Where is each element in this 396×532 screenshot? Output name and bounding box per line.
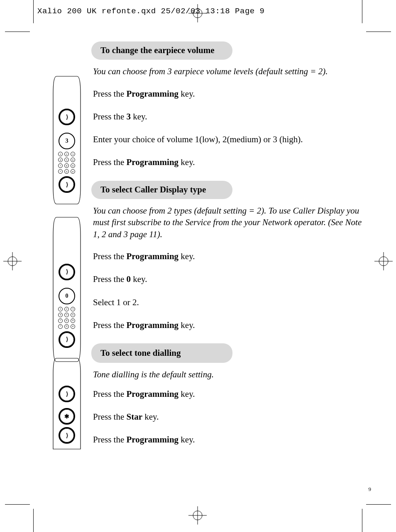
step: Press the Programming key. <box>93 434 365 445</box>
print-header: Xalio 200 UK refonte.qxd 25/02/03 13:18 … <box>37 7 265 16</box>
section-intro: You can choose from 3 earpiece volume le… <box>93 66 365 77</box>
step: Press the 3 key. <box>93 111 365 122</box>
step: Press the Programming key. <box>93 157 365 168</box>
section-intro: You can choose from 2 types (default set… <box>93 205 365 240</box>
programming-key-icon: ⟩ <box>59 427 75 444</box>
key-3-icon: 3 <box>59 133 75 149</box>
step: Press the Programming key. <box>93 251 365 262</box>
crop-mark <box>362 0 362 23</box>
section-tone-dialling: ⟩ ✱ ⟩ To select tone dialling Tone diall… <box>50 343 365 445</box>
phone-outline-icon: ⟩ ✱ ⟩ <box>50 356 84 451</box>
crop-mark <box>366 504 391 505</box>
key-0-icon: 0 <box>59 288 75 304</box>
step: Press the Programming key. <box>93 88 365 100</box>
page-content: ⟩ 3 123456789*0# ⟩ To change the earpiec… <box>50 41 365 458</box>
registration-mark-icon <box>374 252 393 270</box>
star-key-icon: ✱ <box>59 408 75 425</box>
step: Press the 0 key. <box>93 274 365 285</box>
section-title: To change the earpiece volume <box>91 41 232 60</box>
crop-mark <box>362 509 362 532</box>
phone-outline-icon: ⟩ 0 123456789*0# ⟩ <box>50 215 84 364</box>
registration-mark-icon <box>188 506 207 525</box>
step: Press the Programming key. <box>93 320 365 331</box>
section-title: To select Caller Display type <box>91 181 232 199</box>
programming-key-icon: ⟩ <box>59 386 75 402</box>
step: Press the Programming key. <box>93 389 365 400</box>
step: Select 1 or 2. <box>93 297 365 308</box>
crop-mark <box>5 504 30 505</box>
crop-mark <box>366 32 391 32</box>
step: Press the Star key. <box>93 411 365 423</box>
page-number: 9 <box>369 486 372 493</box>
section-caller-display: ⟩ 0 123456789*0# ⟩ To select Caller Disp… <box>50 181 365 331</box>
registration-mark-icon <box>3 252 22 270</box>
step: Enter your choice of volume 1(low), 2(me… <box>93 134 365 145</box>
section-earpiece-volume: ⟩ 3 123456789*0# ⟩ To change the earpiec… <box>50 41 365 168</box>
crop-mark <box>5 32 30 32</box>
programming-key-icon: ⟩ <box>59 264 75 280</box>
programming-key-icon: ⟩ <box>59 109 75 125</box>
section-intro: Tone dialling is the default setting. <box>93 369 365 380</box>
keypad-icon: 123456789*0# <box>50 307 84 329</box>
crop-mark <box>33 0 34 23</box>
section-title: To select tone dialling <box>91 343 232 362</box>
crop-mark <box>33 509 34 532</box>
keypad-icon: 123456789*0# <box>50 152 84 174</box>
